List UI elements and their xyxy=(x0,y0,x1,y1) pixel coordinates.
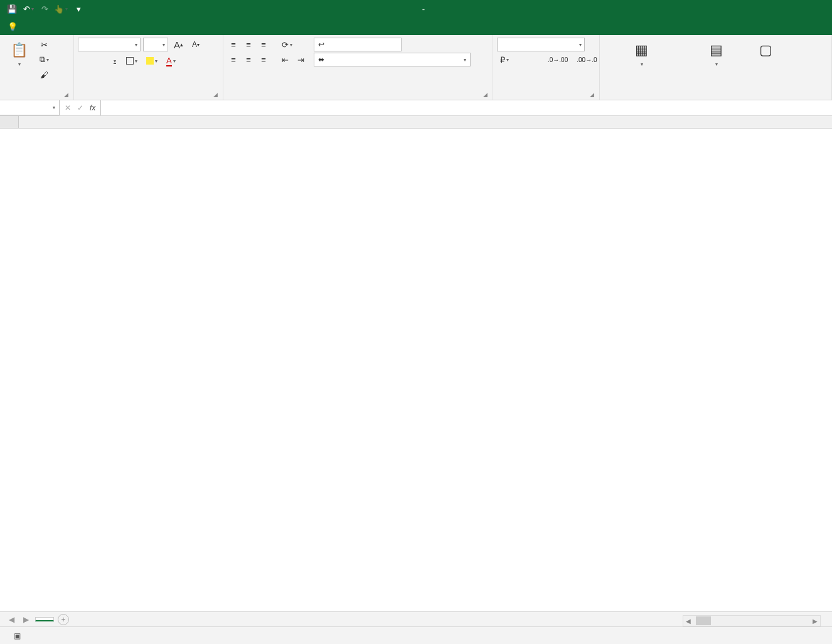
shrink-font-button[interactable]: A▾ xyxy=(189,38,203,51)
conditional-formatting-icon: ▦ xyxy=(631,40,651,60)
group-label-styles xyxy=(604,96,828,100)
quick-access-toolbar: 💾 ↶▾ ↷ 👆▾ ▾ xyxy=(0,3,90,14)
dialog-launcher-icon[interactable]: ◢ xyxy=(64,92,68,98)
add-sheet-button[interactable]: + xyxy=(58,614,69,625)
sheet-nav-next-icon[interactable]: ▶ xyxy=(21,615,31,624)
fx-icon[interactable]: fx xyxy=(90,103,95,112)
dialog-launcher-icon[interactable]: ◢ xyxy=(213,92,218,98)
merge-icon: ⬌ xyxy=(318,55,324,64)
font-size-select[interactable]: ▾ xyxy=(143,38,168,51)
dialog-launcher-icon[interactable]: ◢ xyxy=(590,92,594,98)
wrap-text-button[interactable]: ↩ xyxy=(314,38,402,51)
number-format-select[interactable]: ▾ xyxy=(497,38,585,51)
cancel-formula-icon[interactable]: ✕ xyxy=(65,103,71,112)
enter-formula-icon[interactable]: ✓ xyxy=(77,103,83,112)
merge-center-button[interactable]: ⬌▾ xyxy=(314,53,471,66)
align-right-button[interactable]: ≡ xyxy=(257,53,270,66)
scroll-thumb[interactable] xyxy=(696,616,711,625)
grow-font-button[interactable]: A▴ xyxy=(171,38,186,51)
indent-increase-button[interactable]: ⇥ xyxy=(294,53,307,66)
border-icon xyxy=(126,57,134,65)
tell-me[interactable]: 💡 xyxy=(0,18,29,35)
comma-format-button[interactable] xyxy=(530,53,542,66)
touch-mode-icon[interactable]: 👆▾ xyxy=(55,3,67,14)
group-clipboard: 📋 ▾ ▾ ◢ xyxy=(0,35,74,100)
group-number: ▾ ₽▾ .0→.00 .00→.0 ◢ xyxy=(493,35,600,100)
formula-input[interactable] xyxy=(101,100,832,115)
dialog-launcher-icon[interactable]: ◢ xyxy=(483,92,488,98)
cell-styles-button[interactable]: ▢ xyxy=(753,38,778,64)
qat-customize-icon[interactable]: ▾ xyxy=(73,3,84,14)
macro-record-icon[interactable]: ▣ xyxy=(14,631,21,640)
font-color-icon: А xyxy=(166,56,172,66)
status-bar: ▣ xyxy=(0,626,832,644)
column-headers xyxy=(0,116,832,129)
format-painter-icon xyxy=(40,70,48,80)
border-button[interactable]: ▾ xyxy=(123,54,141,68)
group-label-clipboard: ◢ xyxy=(4,96,70,100)
name-box[interactable]: ▾ xyxy=(0,100,60,115)
title-bar: 💾 ↶▾ ↷ 👆▾ ▾ - xyxy=(0,0,832,18)
accounting-format-button[interactable]: ₽▾ xyxy=(497,53,512,66)
font-color-button[interactable]: А▾ xyxy=(163,54,179,68)
select-all-corner[interactable] xyxy=(0,116,19,128)
ribbon-tabs: 💡 xyxy=(0,18,832,35)
wrap-icon: ↩ xyxy=(318,40,324,49)
scroll-right-icon[interactable]: ▶ xyxy=(810,618,820,625)
undo-icon[interactable]: ↶▾ xyxy=(23,3,34,14)
cut-button[interactable] xyxy=(36,38,52,51)
format-as-table-button[interactable]: ▤ ▾ xyxy=(681,38,750,70)
formula-buttons: ✕ ✓ fx xyxy=(60,100,101,115)
paste-button[interactable]: 📋 ▾ xyxy=(4,38,34,70)
paste-icon: 📋 xyxy=(9,40,29,60)
window-title: - xyxy=(90,4,757,14)
ribbon: 📋 ▾ ▾ ◢ ▾ ▾ A▴ A▾ ▾ ▾ xyxy=(0,35,832,100)
group-styles: ▦ ▾ ▤ ▾ ▢ xyxy=(600,35,832,100)
align-left-button[interactable]: ≡ xyxy=(227,53,240,66)
bulb-icon: 💡 xyxy=(8,22,18,31)
copy-button[interactable]: ▾ xyxy=(36,53,52,66)
italic-button[interactable] xyxy=(93,54,105,68)
orientation-button[interactable]: ⟳▾ xyxy=(279,38,296,51)
format-table-icon: ▤ xyxy=(706,40,726,60)
align-top-button[interactable]: ≡ xyxy=(227,38,240,51)
group-label-font: ◢ xyxy=(78,96,219,100)
group-font: ▾ ▾ A▴ A▾ ▾ ▾ ▾ А▾ ◢ xyxy=(74,35,223,100)
align-center-button[interactable]: ≡ xyxy=(242,53,255,66)
format-painter-button[interactable] xyxy=(36,68,52,82)
align-middle-button[interactable]: ≡ xyxy=(242,38,255,51)
scroll-left-icon[interactable]: ◀ xyxy=(683,618,693,625)
conditional-formatting-button[interactable]: ▦ ▾ xyxy=(604,38,679,70)
percent-format-button[interactable] xyxy=(515,53,527,66)
underline-button[interactable]: ▾ xyxy=(108,54,120,68)
formula-bar: ▾ ✕ ✓ fx xyxy=(0,100,832,116)
horizontal-scrollbar[interactable]: ◀ ▶ xyxy=(683,615,821,626)
save-icon[interactable]: 💾 xyxy=(6,3,18,14)
font-name-select[interactable]: ▾ xyxy=(78,38,141,51)
copy-icon xyxy=(40,55,45,65)
redo-icon[interactable]: ↷ xyxy=(39,3,50,14)
align-bottom-button[interactable]: ≡ xyxy=(257,38,270,51)
fill-icon xyxy=(146,57,154,65)
worksheet[interactable] xyxy=(0,116,832,535)
sheet-tab[interactable] xyxy=(35,617,54,621)
group-label-number: ◢ xyxy=(497,96,595,100)
group-alignment: ≡ ≡ ≡ ⟳▾ ≡ ≡ ≡ ⇤ ⇥ ↩ ⬌▾ ◢ xyxy=(223,35,493,100)
group-label-alignment: ◢ xyxy=(227,96,489,100)
cut-icon xyxy=(41,40,48,50)
decrease-decimal-button[interactable]: .00→.0 xyxy=(573,53,600,66)
bold-button[interactable] xyxy=(78,54,90,68)
indent-decrease-button[interactable]: ⇤ xyxy=(279,53,292,66)
increase-decimal-button[interactable]: .0→.00 xyxy=(545,53,571,66)
sheet-nav-prev-icon[interactable]: ◀ xyxy=(6,615,17,624)
fill-color-button[interactable]: ▾ xyxy=(143,54,161,68)
cell-styles-icon: ▢ xyxy=(755,40,776,60)
